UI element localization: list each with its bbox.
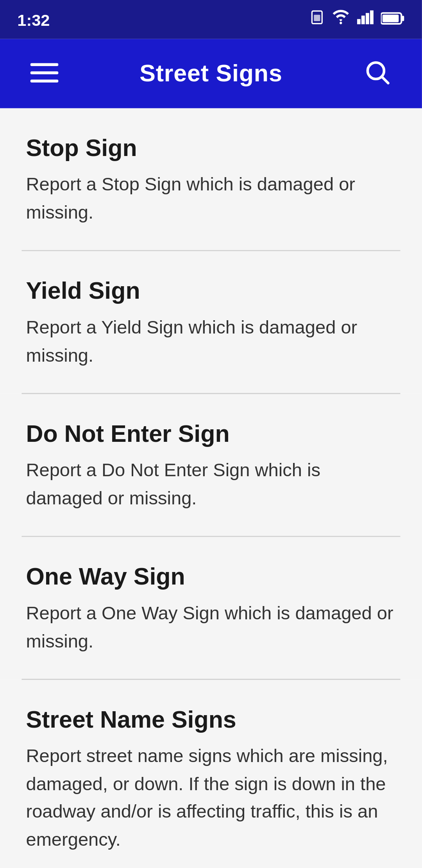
svg-rect-11 — [30, 71, 59, 74]
wifi-icon — [331, 10, 350, 29]
status-time: 1:32 — [17, 10, 50, 29]
search-icon — [363, 58, 392, 89]
yield-sign-title: Yield Sign — [26, 277, 400, 305]
street-name-signs-title: Street Name Signs — [26, 706, 400, 734]
do-not-enter-sign-title: Do Not Enter Sign — [26, 420, 400, 448]
list-item-one-way-sign[interactable]: One Way Sign Report a One Way Sign which… — [0, 537, 422, 679]
battery-icon — [381, 10, 405, 29]
svg-rect-8 — [402, 16, 404, 21]
list-item-stop-sign[interactable]: Stop Sign Report a Stop Sign which is da… — [0, 108, 422, 250]
svg-point-2 — [340, 22, 342, 24]
stop-sign-desc: Report a Stop Sign which is damaged or m… — [26, 171, 400, 226]
list-item-yield-sign[interactable]: Yield Sign Report a Yield Sign which is … — [0, 251, 422, 393]
svg-rect-6 — [370, 11, 374, 24]
svg-rect-9 — [383, 14, 399, 22]
svg-rect-4 — [361, 16, 365, 24]
signal-icon — [357, 10, 374, 29]
yield-sign-desc: Report a Yield Sign which is damaged or … — [26, 314, 400, 369]
svg-rect-5 — [366, 13, 369, 24]
one-way-sign-title: One Way Sign — [26, 563, 400, 591]
page-title: Street Signs — [139, 59, 282, 88]
status-icons — [309, 10, 405, 29]
one-way-sign-desc: Report a One Way Sign which is damaged o… — [26, 600, 400, 655]
app-header: Street Signs — [0, 39, 422, 108]
svg-rect-12 — [30, 79, 59, 82]
svg-rect-10 — [30, 63, 59, 65]
list-item-street-name-signs[interactable]: Street Name Signs Report street name sig… — [0, 680, 422, 868]
sim-icon — [309, 10, 325, 29]
search-button[interactable] — [355, 49, 400, 98]
svg-rect-3 — [357, 19, 361, 24]
do-not-enter-sign-desc: Report a Do Not Enter Sign which is dama… — [26, 457, 400, 512]
status-bar: 1:32 — [0, 0, 422, 39]
svg-rect-1 — [314, 15, 320, 21]
content-list: Stop Sign Report a Stop Sign which is da… — [0, 108, 422, 868]
street-name-signs-desc: Report street name signs which are missi… — [26, 743, 400, 853]
svg-line-14 — [382, 76, 388, 82]
menu-button[interactable] — [21, 49, 67, 98]
stop-sign-title: Stop Sign — [26, 134, 400, 162]
list-item-do-not-enter-sign[interactable]: Do Not Enter Sign Report a Do Not Enter … — [0, 394, 422, 536]
hamburger-icon — [30, 58, 59, 89]
